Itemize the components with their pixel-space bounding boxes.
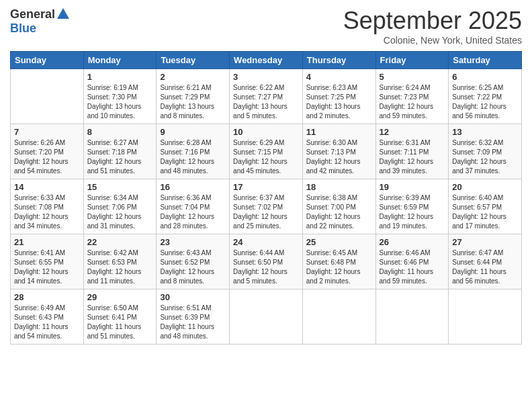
day-number: 18 [306,182,372,192]
calendar-cell: 10Sunrise: 6:29 AMSunset: 7:15 PMDayligh… [230,124,303,179]
calendar-cell: 3Sunrise: 6:22 AMSunset: 7:27 PMDaylight… [230,69,303,124]
day-info: Sunrise: 6:22 AMSunset: 7:27 PMDaylight:… [233,83,299,121]
calendar-cell: 7Sunrise: 6:26 AMSunset: 7:20 PMDaylight… [11,124,84,179]
calendar-cell: 20Sunrise: 6:40 AMSunset: 6:57 PMDayligh… [449,179,522,234]
day-number: 29 [87,292,153,302]
day-number: 4 [306,72,372,82]
calendar-cell [375,289,449,345]
day-info: Sunrise: 6:41 AMSunset: 6:55 PMDaylight:… [14,248,80,286]
day-number: 7 [14,127,80,137]
calendar-week-row: 1Sunrise: 6:19 AMSunset: 7:30 PMDaylight… [11,69,522,124]
day-info: Sunrise: 6:49 AMSunset: 6:43 PMDaylight:… [14,304,80,341]
calendar-cell [449,289,522,345]
calendar-week-row: 14Sunrise: 6:33 AMSunset: 7:08 PMDayligh… [11,179,522,234]
day-number: 25 [306,237,372,247]
calendar-cell: 4Sunrise: 6:23 AMSunset: 7:25 PMDaylight… [302,69,375,124]
calendar-cell: 6Sunrise: 6:25 AMSunset: 7:22 PMDaylight… [449,69,522,124]
day-number: 14 [14,182,80,192]
calendar-cell: 26Sunrise: 6:46 AMSunset: 6:46 PMDayligh… [375,234,449,289]
weekday-header: Sunday [11,52,84,69]
day-info: Sunrise: 6:23 AMSunset: 7:25 PMDaylight:… [306,83,372,121]
calendar-cell: 23Sunrise: 6:43 AMSunset: 6:52 PMDayligh… [157,234,230,289]
day-info: Sunrise: 6:46 AMSunset: 6:46 PMDaylight:… [380,248,445,286]
calendar-cell: 12Sunrise: 6:31 AMSunset: 7:11 PMDayligh… [375,124,449,179]
month-title: September 2025 [343,7,522,35]
logo-general: General [10,7,55,21]
day-number: 23 [160,237,226,247]
calendar-cell: 8Sunrise: 6:27 AMSunset: 7:18 PMDaylight… [83,124,157,179]
weekday-header: Monday [83,52,157,69]
day-number: 21 [14,237,80,247]
title-block: September 2025 Colonie, New York, United… [343,7,522,46]
calendar-cell: 25Sunrise: 6:45 AMSunset: 6:48 PMDayligh… [302,234,375,289]
day-info: Sunrise: 6:38 AMSunset: 7:00 PMDaylight:… [306,193,372,231]
calendar-cell [302,289,375,345]
calendar-cell: 24Sunrise: 6:44 AMSunset: 6:50 PMDayligh… [230,234,303,289]
day-number: 3 [233,72,299,82]
calendar-header-row: SundayMondayTuesdayWednesdayThursdayFrid… [11,52,522,69]
svg-marker-0 [57,8,69,19]
day-info: Sunrise: 6:39 AMSunset: 6:59 PMDaylight:… [380,193,445,231]
day-info: Sunrise: 6:40 AMSunset: 6:57 PMDaylight:… [452,193,518,231]
calendar-cell: 9Sunrise: 6:28 AMSunset: 7:16 PMDaylight… [157,124,230,179]
day-info: Sunrise: 6:24 AMSunset: 7:23 PMDaylight:… [380,83,445,121]
weekday-header: Saturday [449,52,522,69]
day-info: Sunrise: 6:29 AMSunset: 7:15 PMDaylight:… [233,138,299,176]
day-number: 8 [87,127,153,137]
day-number: 5 [380,72,445,82]
calendar-cell: 19Sunrise: 6:39 AMSunset: 6:59 PMDayligh… [375,179,449,234]
day-number: 11 [306,127,372,137]
day-number: 19 [380,182,445,192]
day-info: Sunrise: 6:37 AMSunset: 7:02 PMDaylight:… [233,193,299,231]
day-info: Sunrise: 6:43 AMSunset: 6:52 PMDaylight:… [160,248,226,286]
day-number: 26 [380,237,445,247]
day-info: Sunrise: 6:45 AMSunset: 6:48 PMDaylight:… [306,248,372,286]
calendar-cell: 5Sunrise: 6:24 AMSunset: 7:23 PMDaylight… [375,69,449,124]
day-number: 17 [233,182,299,192]
page: General Blue September 2025 Colonie, New… [0,0,532,411]
day-number: 28 [14,292,80,302]
calendar-cell: 22Sunrise: 6:42 AMSunset: 6:53 PMDayligh… [83,234,157,289]
day-info: Sunrise: 6:26 AMSunset: 7:20 PMDaylight:… [14,138,80,176]
calendar-cell: 14Sunrise: 6:33 AMSunset: 7:08 PMDayligh… [11,179,84,234]
calendar-week-row: 28Sunrise: 6:49 AMSunset: 6:43 PMDayligh… [11,289,522,345]
calendar-cell: 13Sunrise: 6:32 AMSunset: 7:09 PMDayligh… [449,124,522,179]
day-number: 13 [452,127,518,137]
day-info: Sunrise: 6:31 AMSunset: 7:11 PMDaylight:… [380,138,445,176]
calendar-cell: 15Sunrise: 6:34 AMSunset: 7:06 PMDayligh… [83,179,157,234]
day-info: Sunrise: 6:19 AMSunset: 7:30 PMDaylight:… [87,83,153,121]
day-number: 22 [87,237,153,247]
header: General Blue September 2025 Colonie, New… [10,7,522,46]
day-info: Sunrise: 6:51 AMSunset: 6:39 PMDaylight:… [160,304,226,341]
calendar-cell [230,289,303,345]
day-info: Sunrise: 6:36 AMSunset: 7:04 PMDaylight:… [160,193,226,231]
weekday-header: Friday [375,52,449,69]
calendar-cell: 2Sunrise: 6:21 AMSunset: 7:29 PMDaylight… [157,69,230,124]
logo-icon [56,7,71,21]
logo-blue: Blue [10,21,36,35]
day-number: 16 [160,182,226,192]
weekday-header: Thursday [302,52,375,69]
calendar-cell: 30Sunrise: 6:51 AMSunset: 6:39 PMDayligh… [157,289,230,345]
day-number: 10 [233,127,299,137]
day-number: 9 [160,127,226,137]
day-info: Sunrise: 6:32 AMSunset: 7:09 PMDaylight:… [452,138,518,176]
calendar-cell: 28Sunrise: 6:49 AMSunset: 6:43 PMDayligh… [11,289,84,345]
calendar-cell: 16Sunrise: 6:36 AMSunset: 7:04 PMDayligh… [157,179,230,234]
day-info: Sunrise: 6:44 AMSunset: 6:50 PMDaylight:… [233,248,299,286]
day-info: Sunrise: 6:47 AMSunset: 6:44 PMDaylight:… [452,248,518,286]
calendar-cell: 21Sunrise: 6:41 AMSunset: 6:55 PMDayligh… [11,234,84,289]
day-info: Sunrise: 6:34 AMSunset: 7:06 PMDaylight:… [87,193,153,231]
logo: General Blue [10,7,71,36]
day-number: 24 [233,237,299,247]
calendar-cell: 1Sunrise: 6:19 AMSunset: 7:30 PMDaylight… [83,69,157,124]
day-info: Sunrise: 6:30 AMSunset: 7:13 PMDaylight:… [306,138,372,176]
day-info: Sunrise: 6:21 AMSunset: 7:29 PMDaylight:… [160,83,226,121]
day-number: 20 [452,182,518,192]
day-info: Sunrise: 6:28 AMSunset: 7:16 PMDaylight:… [160,138,226,176]
calendar-week-row: 7Sunrise: 6:26 AMSunset: 7:20 PMDaylight… [11,124,522,179]
day-number: 30 [160,292,226,302]
day-info: Sunrise: 6:27 AMSunset: 7:18 PMDaylight:… [87,138,153,176]
calendar-table: SundayMondayTuesdayWednesdayThursdayFrid… [10,51,522,345]
day-number: 12 [380,127,445,137]
